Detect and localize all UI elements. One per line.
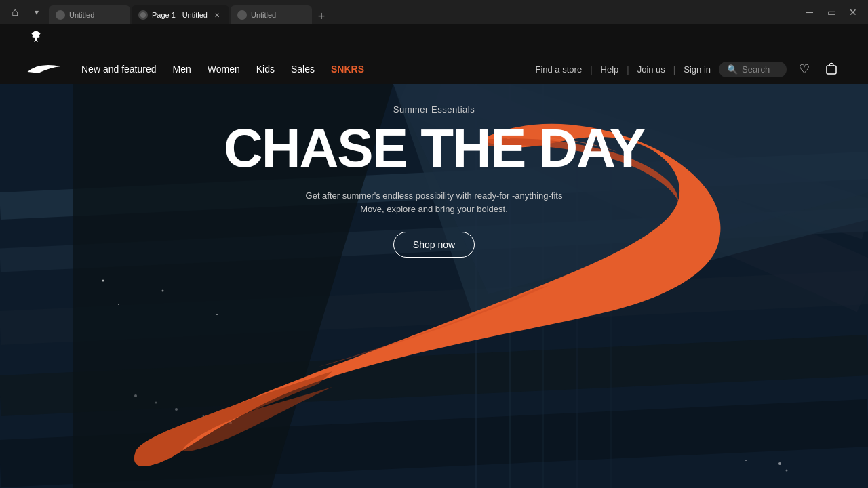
hero-content: Summer Essentials CHASE THE DAY Get afte…	[224, 104, 644, 258]
svg-point-0	[140, 12, 146, 18]
browser-chrome: ⌂ ▾ Untitled Page 1 - Untitled ✕ Untitle…	[0, 0, 868, 24]
window-controls: ─ ▭ ✕	[800, 3, 863, 22]
tab-2-label: Page 1 - Untitled	[152, 11, 208, 19]
svg-point-24	[745, 460, 747, 461]
tab-3-favicon	[237, 10, 247, 20]
shop-now-button[interactable]: Shop now	[393, 232, 475, 258]
nav-link-men[interactable]: Men	[173, 64, 191, 75]
nav-link-kids[interactable]: Kids	[256, 64, 275, 75]
tab-2-close-button[interactable]: ✕	[212, 9, 222, 20]
minimize-button[interactable]: ─	[800, 3, 819, 22]
svg-point-18	[102, 280, 104, 282]
nike-site: New and featured Men Women Kids Sales SN…	[0, 24, 868, 488]
hero-section: Summer Essentials CHASE THE DAY Get afte…	[0, 84, 868, 488]
new-tab-button[interactable]: +	[313, 8, 330, 24]
tab-3[interactable]: Untitled	[231, 5, 312, 24]
tab-2-favicon	[138, 10, 148, 20]
nike-nav: New and featured Men Women Kids Sales SN…	[0, 54, 868, 84]
search-icon: 🔍	[727, 64, 738, 75]
search-placeholder: Search	[742, 64, 770, 75]
jordan-bar	[0, 24, 868, 54]
jordan-logo	[27, 29, 43, 49]
nav-links: New and featured Men Women Kids Sales SN…	[81, 64, 535, 75]
sign-in-link[interactable]: Sign in	[684, 64, 711, 75]
svg-point-19	[118, 304, 119, 305]
tab-2[interactable]: Page 1 - Untitled ✕	[132, 5, 229, 24]
svg-rect-1	[827, 66, 836, 74]
nav-link-women[interactable]: Women	[208, 64, 240, 75]
hero-subtitle: Summer Essentials	[224, 104, 644, 115]
tab-list-button[interactable]: ▾	[27, 3, 46, 22]
nav-link-snkrs[interactable]: SNKRS	[331, 64, 364, 75]
help-link[interactable]: Help	[601, 64, 619, 75]
svg-point-22	[778, 462, 781, 465]
close-button[interactable]: ✕	[844, 3, 863, 22]
restore-button[interactable]: ▭	[822, 3, 841, 22]
find-store-link[interactable]: Find a store	[535, 64, 582, 75]
nav-right: Find a store | Help | Join us | Sign in …	[535, 60, 841, 79]
cart-button[interactable]	[822, 60, 841, 79]
tab-3-label: Untitled	[251, 11, 305, 19]
tabs-container: Untitled Page 1 - Untitled ✕ Untitled +	[49, 0, 792, 24]
hero-title: CHASE THE DAY	[224, 121, 644, 176]
tab-1-favicon	[56, 10, 65, 20]
favorites-button[interactable]: ♡	[795, 60, 814, 79]
nav-link-new-featured[interactable]: New and featured	[81, 64, 157, 75]
tab-1-label: Untitled	[69, 11, 123, 19]
search-box[interactable]: 🔍 Search	[719, 62, 787, 77]
tab-1[interactable]: Untitled	[49, 5, 130, 24]
nike-logo	[27, 58, 61, 80]
nav-link-sales[interactable]: Sales	[291, 64, 315, 75]
join-us-link[interactable]: Join us	[637, 64, 665, 75]
svg-point-23	[786, 470, 788, 472]
home-button[interactable]: ⌂	[5, 3, 24, 22]
hero-description: Get after summer's endless possibility w…	[224, 189, 644, 216]
